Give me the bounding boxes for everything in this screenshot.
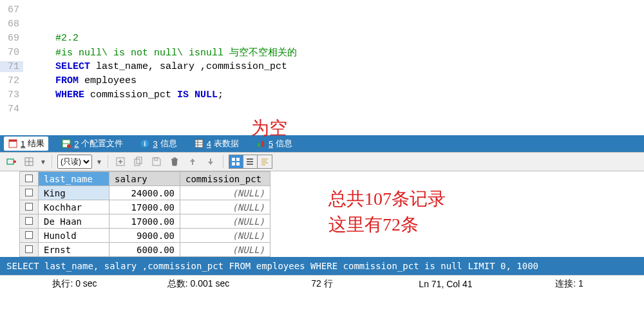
row-checkbox[interactable] bbox=[20, 243, 39, 257]
line-number: 74 bbox=[0, 104, 23, 115]
list-view-icon[interactable] bbox=[243, 155, 258, 168]
svg-rect-7 bbox=[195, 140, 203, 147]
line-number: 73 bbox=[0, 90, 23, 100]
add-icon[interactable] bbox=[113, 155, 128, 169]
table-row[interactable]: Kochhar17000.00(NULL) bbox=[20, 200, 270, 214]
annotation-total: 总共107条记录 bbox=[328, 187, 446, 211]
col-last_name[interactable]: last_name bbox=[39, 172, 109, 186]
down-icon[interactable] bbox=[204, 155, 218, 169]
cell-lastname[interactable]: De Haan bbox=[39, 214, 109, 229]
tab-信息[interactable]: i3 信息 bbox=[136, 137, 180, 151]
tab-icon bbox=[194, 138, 204, 149]
cell-commission[interactable]: (NULL) bbox=[180, 229, 270, 243]
svg-rect-25 bbox=[232, 158, 235, 161]
svg-rect-26 bbox=[236, 158, 240, 161]
col-salary[interactable]: salary bbox=[109, 172, 180, 186]
table-row[interactable]: Hunold9000.00(NULL) bbox=[20, 229, 270, 243]
grid-icon[interactable] bbox=[22, 155, 36, 169]
line-number: 68 bbox=[0, 19, 23, 30]
status-conn: 连接: 1 bbox=[507, 278, 631, 290]
line-number: 72 bbox=[0, 75, 23, 86]
tab-icon bbox=[61, 138, 71, 149]
status-total: 总数: 0.001 sec bbox=[137, 278, 260, 290]
svg-point-4 bbox=[67, 144, 71, 148]
svg-rect-28 bbox=[236, 162, 240, 166]
checkbox-col[interactable] bbox=[20, 172, 39, 186]
insert-row-icon[interactable] bbox=[4, 155, 18, 169]
code-line[interactable]: FROM employees bbox=[23, 75, 137, 86]
col-commission_pct[interactable]: commission_pct bbox=[180, 172, 270, 186]
svg-rect-11 bbox=[258, 143, 260, 147]
table-row[interactable]: Ernst6000.00(NULL) bbox=[20, 243, 270, 257]
cell-salary[interactable]: 9000.00 bbox=[109, 229, 180, 243]
grid-view-icon[interactable] bbox=[229, 155, 243, 168]
dropdown-caret-icon[interactable]: ▼ bbox=[96, 158, 102, 166]
tab-表数据[interactable]: 4 表数据 bbox=[190, 137, 243, 151]
svg-rect-13 bbox=[7, 159, 14, 164]
cell-commission[interactable]: (NULL) bbox=[180, 200, 270, 214]
table-row[interactable]: King24000.00(NULL) bbox=[20, 186, 270, 200]
cell-commission[interactable]: (NULL) bbox=[180, 243, 270, 257]
duplicate-icon[interactable] bbox=[131, 155, 146, 169]
row-checkbox[interactable] bbox=[20, 186, 39, 200]
dropdown-caret-icon[interactable]: ▼ bbox=[40, 158, 46, 166]
text-view-icon[interactable] bbox=[258, 155, 272, 168]
row-checkbox[interactable] bbox=[20, 200, 39, 214]
readonly-select[interactable]: (只读) bbox=[57, 155, 92, 169]
cell-commission[interactable]: (NULL) bbox=[180, 214, 270, 229]
code-line[interactable]: #2.2 bbox=[23, 33, 79, 44]
tab-个配置文件[interactable]: 2 个配置文件 bbox=[57, 137, 127, 151]
executed-query-bar: SELECT last_name, salary ,commission_pct… bbox=[0, 257, 644, 275]
annotation-top: 为空 bbox=[251, 116, 287, 140]
cell-commission[interactable]: (NULL) bbox=[180, 186, 270, 200]
tab-icon bbox=[8, 138, 18, 149]
svg-rect-1 bbox=[9, 140, 17, 142]
tab-结果[interactable]: 1 结果 bbox=[4, 137, 48, 151]
status-exec: 执行: 0 sec bbox=[13, 278, 137, 290]
save-icon[interactable] bbox=[149, 155, 164, 169]
row-checkbox[interactable] bbox=[20, 229, 39, 243]
view-mode-buttons bbox=[229, 155, 272, 169]
line-number: 69 bbox=[0, 33, 23, 44]
code-line[interactable]: SELECT last_name, salary ,commission_pct bbox=[23, 61, 287, 72]
cell-salary[interactable]: 24000.00 bbox=[109, 186, 180, 200]
svg-rect-22 bbox=[135, 159, 140, 166]
cell-lastname[interactable]: Hunold bbox=[39, 229, 109, 243]
svg-text:i: i bbox=[144, 140, 146, 147]
line-number: 67 bbox=[0, 5, 23, 15]
delete-icon[interactable] bbox=[167, 155, 182, 169]
status-rows: 72 行 bbox=[260, 278, 384, 290]
table-row[interactable]: De Haan17000.00(NULL) bbox=[20, 214, 270, 229]
cell-lastname[interactable]: Ernst bbox=[39, 243, 109, 257]
code-line[interactable]: WHERE commission_pct IS NULL; bbox=[23, 90, 223, 100]
up-icon[interactable] bbox=[185, 155, 200, 169]
results-tabs: 1 结果2 个配置文件i3 信息4 表数据5 信息 bbox=[0, 135, 644, 152]
status-bar: 执行: 0 sec 总数: 0.001 sec 72 行 Ln 71, Col … bbox=[0, 275, 644, 292]
cell-lastname[interactable]: Kochhar bbox=[39, 200, 109, 214]
result-grid[interactable]: last_namesalarycommission_pctKing24000.0… bbox=[19, 171, 270, 257]
row-checkbox[interactable] bbox=[20, 214, 39, 229]
sql-editor[interactable]: 676869#2.270#is null\ is not null\ isnul… bbox=[0, 0, 644, 135]
results-toolbar: ▼ (只读) ▼ bbox=[0, 152, 644, 171]
svg-rect-12 bbox=[261, 141, 264, 147]
cell-lastname[interactable]: King bbox=[39, 186, 109, 200]
cell-salary[interactable]: 6000.00 bbox=[109, 243, 180, 257]
annotation-here: 这里有72条 bbox=[328, 213, 419, 237]
cell-salary[interactable]: 17000.00 bbox=[109, 214, 180, 229]
svg-rect-23 bbox=[137, 157, 142, 164]
line-number: 70 bbox=[0, 47, 23, 58]
svg-rect-27 bbox=[232, 162, 235, 166]
code-line[interactable]: #is null\ is not null\ isnull 与空不空相关的 bbox=[23, 46, 297, 59]
svg-rect-24 bbox=[155, 158, 158, 160]
cell-salary[interactable]: 17000.00 bbox=[109, 200, 180, 214]
status-pos: Ln 71, Col 41 bbox=[384, 279, 507, 289]
tab-icon: i bbox=[140, 138, 150, 149]
line-number: 71 bbox=[0, 61, 23, 72]
